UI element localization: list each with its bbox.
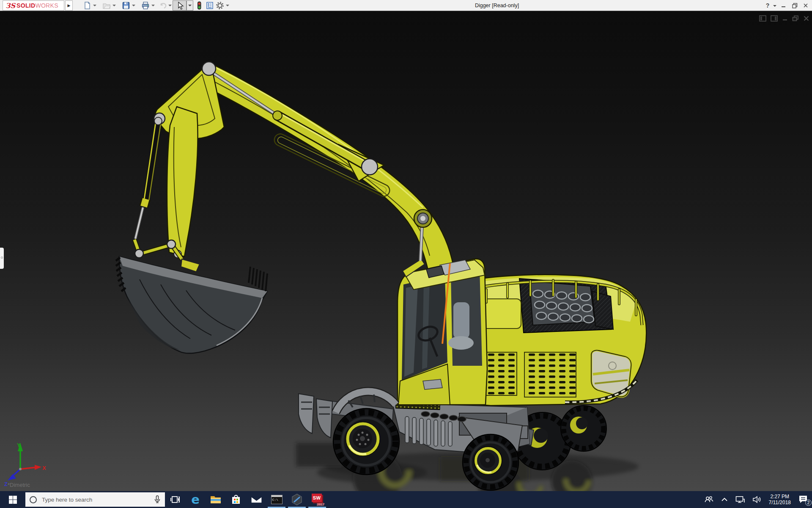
close-icon <box>803 3 808 8</box>
triad-y-label: Y <box>17 442 21 448</box>
hidden-icons-button[interactable] <box>717 491 732 508</box>
hexagon-tool-icon <box>291 494 303 505</box>
help-caret[interactable] <box>773 5 776 7</box>
minimize-icon <box>781 3 786 8</box>
speaker-icon <box>752 496 762 503</box>
menu-flyout-arrow[interactable]: ▶ <box>65 0 73 11</box>
store-icon <box>231 494 241 505</box>
triad-x-label: X <box>42 465 46 471</box>
taskbar-app-edge[interactable]: e <box>185 491 206 508</box>
options-caret[interactable] <box>226 5 229 6</box>
chevron-up-icon <box>721 497 728 502</box>
task-view-icon <box>170 495 180 504</box>
taskbar-app-store[interactable] <box>226 491 246 508</box>
notification-badge: 2 <box>805 500 812 506</box>
volume-button[interactable] <box>749 491 765 508</box>
excavator-model[interactable] <box>0 11 812 491</box>
logo-text-solid: SOLID <box>16 2 35 9</box>
help-button[interactable]: ? <box>764 0 771 11</box>
taskbar-app-mail[interactable] <box>246 491 266 508</box>
dipper-and-bucket <box>116 107 267 353</box>
clock[interactable]: 2:27 PM 7/11/2018 <box>765 491 795 508</box>
taskbar-app-solidworks[interactable]: SW 2017 <box>307 491 327 508</box>
search-input[interactable] <box>42 497 154 503</box>
options-gear-icon[interactable] <box>216 1 224 10</box>
boom-arm <box>154 62 457 281</box>
open-caret[interactable] <box>112 5 116 6</box>
system-tray: 2:27 PM 7/11/2018 2 <box>700 491 812 508</box>
save-caret[interactable] <box>132 5 135 6</box>
microphone-icon[interactable] <box>154 495 161 504</box>
open-icon[interactable] <box>102 1 111 10</box>
people-icon <box>704 496 713 503</box>
print-icon[interactable] <box>141 1 150 10</box>
taskbar-search[interactable] <box>25 492 165 507</box>
solidworks-icon-year: 2017 <box>317 502 324 506</box>
clock-time: 2:27 PM <box>769 494 791 500</box>
undo-caret[interactable] <box>168 5 172 6</box>
select-tool-caret[interactable] <box>187 0 193 11</box>
mail-icon <box>251 495 262 504</box>
people-button[interactable] <box>700 491 717 508</box>
select-tool-button[interactable] <box>173 0 187 11</box>
cortana-icon <box>30 496 37 503</box>
design-report-icon[interactable] <box>206 1 214 10</box>
bucket <box>116 257 267 353</box>
taskbar-app-cad-utility[interactable] <box>287 491 307 508</box>
titlebar: ЗS SOLID WORKS ▶ <box>0 0 812 11</box>
triad-z-label: Z <box>4 481 8 487</box>
cab <box>398 259 487 405</box>
logo-text-works: WORKS <box>35 2 58 9</box>
desktop: ЗS SOLID WORKS ▶ <box>0 0 812 508</box>
windows-logo-icon <box>9 496 17 504</box>
new-document-icon[interactable] <box>83 1 91 10</box>
taskbar-app-command-prompt[interactable]: C:\ <box>266 491 287 508</box>
minimize-button[interactable] <box>779 0 788 11</box>
network-icon <box>735 496 745 503</box>
save-icon[interactable] <box>122 1 130 10</box>
new-document-caret[interactable] <box>93 5 96 6</box>
solidworks-logo[interactable]: ЗS SOLID WORKS <box>3 0 64 11</box>
network-button[interactable] <box>732 491 749 508</box>
action-center-button[interactable]: 2 <box>794 491 812 508</box>
clock-date: 7/11/2018 <box>769 500 791 505</box>
taskbar-app-file-explorer[interactable] <box>206 491 226 508</box>
edge-icon: e <box>191 494 200 506</box>
ds-logo-mark: ЗS <box>5 2 15 10</box>
solidworks-2017-icon: SW 2017 <box>311 494 324 505</box>
view-orientation-label: *Dimetric <box>8 482 30 488</box>
taskbar: e C:\ <box>0 491 812 508</box>
file-explorer-icon <box>210 494 222 505</box>
undo-icon[interactable] <box>159 1 167 10</box>
window-title: Digger [Read-only] <box>475 0 519 11</box>
command-prompt-icon: C:\ <box>271 495 283 504</box>
engine-cylinders <box>533 290 594 323</box>
traffic-light-icon[interactable] <box>195 1 203 10</box>
restore-button[interactable] <box>790 0 799 11</box>
close-button[interactable] <box>801 0 810 11</box>
start-button[interactable] <box>0 491 25 508</box>
command-prompt-text: C:\ <box>272 498 278 502</box>
restore-icon <box>792 3 798 8</box>
graphics-viewport[interactable]: Y X Z *Dimetric <box>0 11 812 491</box>
solidworks-icon-letters: SW <box>313 495 321 500</box>
print-caret[interactable] <box>151 5 155 6</box>
taskbar-app-task-view[interactable] <box>165 491 185 508</box>
select-cursor-icon <box>176 1 184 10</box>
